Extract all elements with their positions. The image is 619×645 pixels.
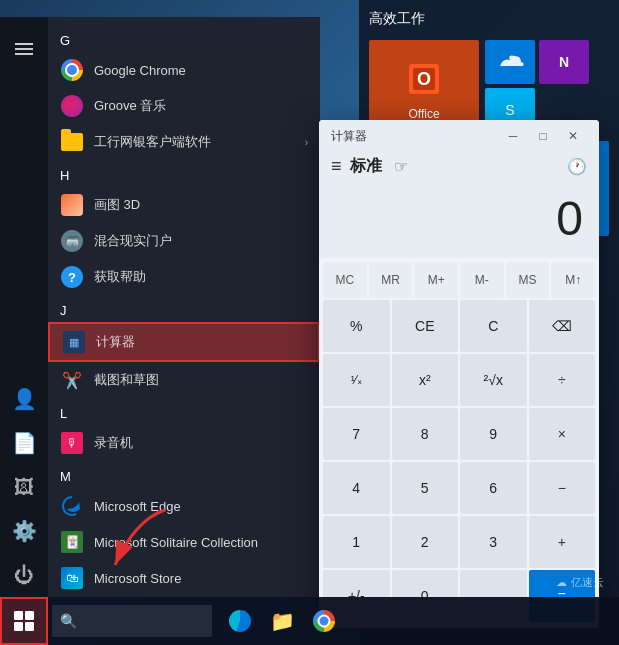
taskbar: 🔍 📁 [0,597,619,645]
btn-percent[interactable]: % [323,300,390,352]
snip-icon: ✂️ [60,368,84,392]
calc-display: 0 [319,185,599,258]
app-snip-sketch[interactable]: ✂️ 截图和草图 [48,362,320,398]
app-solitaire[interactable]: 🃏 Microsoft Solitaire Collection [48,524,320,560]
btn-4[interactable]: 4 [323,462,390,514]
section-g: G [48,25,320,52]
btn-multiply[interactable]: × [529,408,596,460]
windows-logo [14,611,34,631]
document-icon: 📄 [12,431,37,455]
section-l: L [48,398,320,425]
calc-mode-label: 标准 [350,156,382,177]
app-voice-recorder[interactable]: 🎙 录音机 [48,425,320,461]
close-button[interactable]: ✕ [559,124,587,148]
row1: % CE C ⌫ [323,300,595,352]
office-icon: O [400,55,448,103]
btn-square[interactable]: x² [392,354,459,406]
onenote-tile[interactable]: N [539,40,589,84]
btn-ce[interactable]: CE [392,300,459,352]
onedrive-tile[interactable] [485,40,535,84]
btn-8[interactable]: 8 [392,408,459,460]
documents-btn[interactable]: 📄 [0,421,48,465]
groove-label: Groove 音乐 [94,97,166,115]
btn-7[interactable]: 7 [323,408,390,460]
settings-btn[interactable]: ⚙️ [0,509,48,553]
row4: 4 5 6 − [323,462,595,514]
btn-2[interactable]: 2 [392,516,459,568]
memory-row: MC MR M+ M- MS M↑ [323,262,595,298]
btn-reciprocal[interactable]: ¹⁄ₓ [323,354,390,406]
calc-titlebar: 计算器 ─ □ ✕ [319,120,599,152]
btn-1[interactable]: 1 [323,516,390,568]
start-button[interactable] [0,597,48,645]
calc-label: 计算器 [96,333,135,351]
maximize-button[interactable]: □ [529,124,557,148]
calc-mode-bar: ≡ 标准 ☞ 🕐 [319,152,599,185]
btn-m-up[interactable]: M↑ [551,262,595,298]
paint3d-icon [60,193,84,217]
app-google-chrome[interactable]: Google Chrome [48,52,320,88]
btn-m-minus[interactable]: M- [460,262,504,298]
btn-5[interactable]: 5 [392,462,459,514]
btn-mr[interactable]: MR [369,262,413,298]
power-btn[interactable]: ⏻ [0,553,48,597]
app-get-help[interactable]: ? 获取帮助 [48,259,320,295]
voice-label: 录音机 [94,434,133,452]
app-list: G Google Chrome Groove 音乐 [48,17,320,597]
solitaire-icon: 🃏 [60,530,84,554]
top-tiles-row: N [485,40,609,84]
user-icon-btn[interactable]: 👤 [0,377,48,421]
btn-mc[interactable]: MC [323,262,367,298]
settings-icon: ⚙️ [12,519,37,543]
calc-app-icon: ▦ [62,330,86,354]
btn-add[interactable]: + [529,516,596,568]
calc-hamburger-icon[interactable]: ≡ [331,156,342,177]
chrome-icon [60,58,84,82]
row5: 1 2 3 + [323,516,595,568]
tiles-title: 高效工作 [369,10,609,28]
app-icbc[interactable]: 工行网银客户端软件 › [48,124,320,160]
office-label: Office [408,107,439,121]
btn-6[interactable]: 6 [460,462,527,514]
taskbar-search[interactable]: 🔍 [52,605,212,637]
btn-ms[interactable]: MS [506,262,550,298]
user-icon: 👤 [12,387,37,411]
app-groove-music[interactable]: Groove 音乐 [48,88,320,124]
icbc-label: 工行网银客户端软件 [94,133,211,151]
app-edge[interactable]: Microsoft Edge [48,488,320,524]
pictures-btn[interactable]: 🖼 [0,465,48,509]
btn-subtract[interactable]: − [529,462,596,514]
app-paint3d[interactable]: 画图 3D [48,187,320,223]
btn-3[interactable]: 3 [460,516,527,568]
minimize-button[interactable]: ─ [499,124,527,148]
section-m: M [48,461,320,488]
groove-icon [60,94,84,118]
help-icon: ? [60,265,84,289]
store-icon: 🛍 [60,566,84,590]
app-mixed-reality[interactable]: 🥽 混合现实门户 [48,223,320,259]
btn-backspace[interactable]: ⌫ [529,300,596,352]
calc-history-icon[interactable]: 🕐 [567,157,587,176]
btn-c[interactable]: C [460,300,527,352]
chrome-label: Google Chrome [94,63,186,78]
calc-title: 计算器 [331,128,499,145]
calc-body: MC MR M+ M- MS M↑ % CE C ⌫ ¹⁄ₓ x² ²√x ÷ [319,258,599,628]
btn-m-plus[interactable]: M+ [414,262,458,298]
btn-9[interactable]: 9 [460,408,527,460]
btn-divide[interactable]: ÷ [529,354,596,406]
folder-icon [60,130,84,154]
app-calculator[interactable]: ▦ 计算器 [48,322,320,362]
svg-text:O: O [417,69,431,89]
taskbar-file-explorer-icon[interactable]: 📁 [262,597,302,645]
icon-bar: 👤 📄 🖼 ⚙️ ⏻ [0,17,48,597]
row3: 7 8 9 × [323,408,595,460]
taskbar-edge-icon[interactable] [220,597,260,645]
app-store[interactable]: 🛍 Microsoft Store [48,560,320,596]
desktop: 👤 📄 🖼 ⚙️ ⏻ G [0,0,619,645]
btn-sqrt[interactable]: ²√x [460,354,527,406]
hamburger-menu[interactable] [0,27,48,71]
taskbar-icon-group: 📁 [220,597,344,645]
calc-mode-pin-icon[interactable]: ☞ [394,157,408,176]
solitaire-label: Microsoft Solitaire Collection [94,535,258,550]
taskbar-chrome-icon[interactable] [304,597,344,645]
